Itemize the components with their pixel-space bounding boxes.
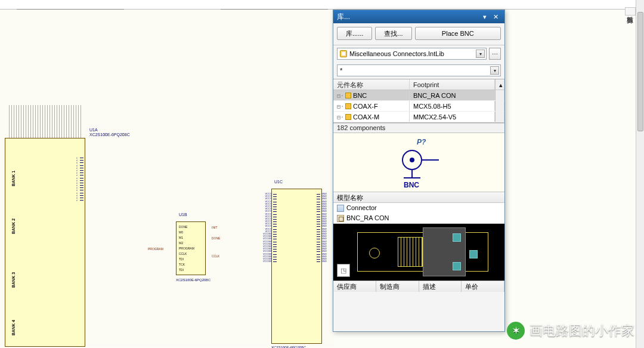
library-selected-label: Miscellaneous Connectors.IntLib xyxy=(349,50,444,57)
pin-label: VCCINT xyxy=(263,260,272,263)
pin-label: IO,VREF2_TT xyxy=(85,159,85,161)
pin-column-left: VCCOVCCOVCCOVCCOVCCOVCCOVCCOVCCOVCCOVCCO… xyxy=(254,193,272,347)
supplier-columns[interactable]: 供应商 制造商 描述 单价 xyxy=(333,281,504,292)
grid-row[interactable]: ⊟·COAX-FMCX5.08-H5 xyxy=(333,101,504,112)
symbol-preview[interactable]: P? BNC xyxy=(333,133,504,192)
pin-label: IO(D6),L5,DP_TT xyxy=(85,169,85,171)
pin-label: IO,L1,DP_TT xyxy=(85,161,85,164)
clipboard-tab[interactable]: 剪贴板 xyxy=(625,7,636,16)
bank-label: BANK 2 xyxy=(11,218,16,234)
chip-internal-label: DONE xyxy=(179,224,203,230)
chevron-down-icon[interactable]: ▾ xyxy=(476,50,485,58)
view-cube-icon[interactable]: ◳ xyxy=(337,264,350,277)
fp-barrel xyxy=(398,237,423,267)
designator-u1c: U1C xyxy=(274,180,283,184)
model-list[interactable]: 模型名称 ConnectorBNC_RA CON xyxy=(333,192,504,224)
filter-value: * xyxy=(340,67,342,74)
net-label-program: PROGRAM xyxy=(148,247,163,251)
chip-internal-label: PROGRAM xyxy=(179,246,203,251)
libraries-button[interactable]: 库...... xyxy=(337,27,372,40)
component-icon xyxy=(345,93,351,98)
filter-combo[interactable]: * ▾ xyxy=(337,64,501,76)
pin-label: IO,L1,D0_TT xyxy=(85,164,85,167)
bus-wires-top xyxy=(5,105,85,138)
pin-label: IO(D5),L4,D0_TT xyxy=(85,171,85,174)
component-count: 182 components xyxy=(333,123,504,133)
grid-row[interactable]: ⊟·COAX-MMMCX2.54-V5 xyxy=(333,112,504,122)
part-u1b: XC2S100E-6PQ208C xyxy=(176,278,210,282)
col-supplier[interactable]: 供应商 xyxy=(333,281,376,292)
part-u1a: XC2S100E-6PQ208C xyxy=(89,133,130,137)
col-price[interactable]: 单价 xyxy=(462,281,504,292)
grid-scroll-gutter: ▴ xyxy=(495,79,504,90)
symbol-designator: P? xyxy=(417,138,426,146)
find-button[interactable]: 查找... xyxy=(375,27,411,40)
library-icon xyxy=(340,50,347,57)
place-button[interactable]: Place BNC xyxy=(415,27,501,40)
fp-pad xyxy=(453,262,461,270)
pin-column-right: IO(DOUT/BUSY),L4,DP_TTIO,VREF2_TTIO,L1,D… xyxy=(85,156,85,347)
pin-label: IO,L4,D0_TT xyxy=(85,199,85,201)
chip-internal-label: TDI xyxy=(179,257,203,262)
pin-label: IO(DOUT/BUSY),L4,DP_TT xyxy=(85,156,85,159)
chip-internal-label: M0 xyxy=(179,230,203,235)
pin-label: IO,L1,DP_TT xyxy=(85,189,85,191)
library-combo[interactable]: Miscellaneous Connectors.IntLib ▾ xyxy=(337,48,487,60)
pin-label: GND xyxy=(321,260,327,263)
pin-label: IO,L5,DP_TT xyxy=(85,196,85,199)
schematic-sheet[interactable]: BANK 1 BANK 2 BANK 3 BANK 4 IO(DOUT/BUSY… xyxy=(0,10,334,347)
filter-row: * ▾ xyxy=(333,62,504,79)
col-manufacturer[interactable]: 制造商 xyxy=(376,281,419,292)
col-header-name[interactable]: 元件名称 xyxy=(333,79,410,90)
ruler-top xyxy=(0,0,644,10)
panel-title: 库... xyxy=(337,12,479,22)
net-label-done: DONE xyxy=(212,236,220,240)
pin-label: IO,L1,D0_TT xyxy=(85,192,85,194)
library-options-button[interactable]: ⋯ xyxy=(489,48,501,60)
chip-internal-label: M2 xyxy=(179,241,203,246)
footprint-preview[interactable]: ◳ xyxy=(333,224,504,281)
bank-label: BANK 3 xyxy=(11,272,16,288)
part-u1c: XC2S100E-6PQ208C xyxy=(271,346,306,348)
grid-header[interactable]: 元件名称 Footprint ▴ xyxy=(333,79,504,90)
fp-pad xyxy=(453,233,461,242)
symbol-pin-2b xyxy=(404,177,420,178)
schematic-canvas[interactable]: BANK 1 BANK 2 BANK 3 BANK 4 IO(DOUT/BUSY… xyxy=(0,0,644,348)
chip-internal-label: TCK xyxy=(179,262,203,267)
model-row[interactable]: Connector xyxy=(333,203,504,213)
component-u1a[interactable]: BANK 1 BANK 2 BANK 3 BANK 4 IO(DOUT/BUSY… xyxy=(5,138,85,347)
designator-u1b: U1B xyxy=(179,213,187,217)
chip-internal-label: TDI xyxy=(179,267,203,273)
net-label-cclk: CCLK xyxy=(212,254,219,258)
pin-label: IO,L1,D0_TT xyxy=(85,179,85,181)
fp-pad xyxy=(469,250,478,258)
component-grid[interactable]: 元件名称 Footprint ▴ ⊟·BNCBNC_RA CON⊟·COAX-F… xyxy=(333,79,504,123)
chip-internal-label: CCLK xyxy=(179,251,203,257)
library-select-row: Miscellaneous Connectors.IntLib ▾ ⋯ xyxy=(333,45,504,62)
col-header-footprint[interactable]: Footprint xyxy=(410,79,495,90)
chevron-down-icon[interactable]: ▾ xyxy=(490,66,499,75)
symbol-pin-2a xyxy=(411,170,413,177)
component-u1c[interactable]: VCCOVCCOVCCOVCCOVCCOVCCOVCCOVCCOVCCOVCCO… xyxy=(271,189,322,344)
pin-label: IO,L4,D0_TT xyxy=(85,186,85,189)
chip-internal-label: M1 xyxy=(179,235,203,241)
scrollbar-thumb[interactable] xyxy=(637,12,643,131)
pin-icon[interactable]: ▾ xyxy=(479,12,490,21)
net-label-init: INIT xyxy=(212,226,217,229)
pin-label: IO,VREF1,L5,DP_TT xyxy=(85,184,85,186)
library-panel: 库... ▾ ✕ 库...... 查找... Place BNC Miscell… xyxy=(333,10,505,332)
pin-label: IO(TRD1)_TT xyxy=(85,181,85,184)
model-row[interactable]: BNC_RA CON xyxy=(333,213,504,223)
model-header[interactable]: 模型名称 xyxy=(333,192,504,203)
vertical-scrollbar[interactable] xyxy=(636,0,644,348)
col-description[interactable]: 描述 xyxy=(419,281,462,292)
close-icon[interactable]: ✕ xyxy=(490,12,501,21)
panel-titlebar[interactable]: 库... ▾ ✕ xyxy=(333,10,504,23)
component-u1b[interactable]: DONEM0M1M2PROGRAMCCLKTDITCKTDI xyxy=(176,221,206,275)
grid-row[interactable]: ⊟·BNCBNC_RA CON xyxy=(333,90,504,101)
pin-label: IO,VREF3,L1,DP_TT xyxy=(85,194,85,196)
bank-label: BANK 4 xyxy=(11,320,16,335)
fp-hole-ring xyxy=(369,248,380,258)
connector-icon xyxy=(337,205,344,212)
bank-label: BANK 1 xyxy=(11,171,16,186)
